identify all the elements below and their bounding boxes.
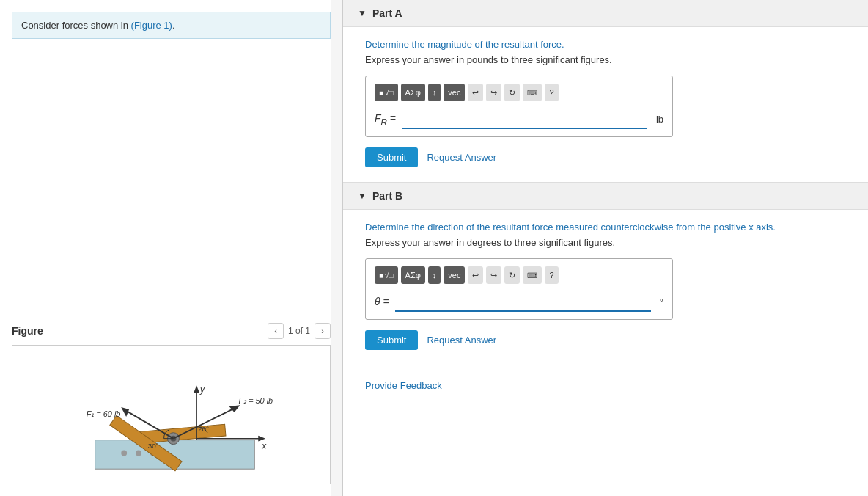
toolbar-vec-btn[interactable]: vec	[444, 84, 465, 101]
problem-statement: Consider forces shown in (Figure 1).	[12, 12, 331, 39]
part-a-toggle[interactable]: ▼	[358, 8, 367, 18]
part-b-toolbar-refresh-btn[interactable]: ↻	[504, 266, 520, 284]
left-scrollbar[interactable]	[331, 0, 342, 496]
svg-marker-12	[258, 436, 265, 442]
part-b-toolbar-sqrt-btn[interactable]: ■√□	[375, 266, 398, 284]
svg-marker-18	[229, 405, 240, 412]
figure-nav-label: 1 of 1	[288, 326, 310, 336]
part-b-toolbar-help-btn[interactable]: ?	[545, 266, 558, 284]
part-a-question: Determine the magnitude of the resultant…	[365, 39, 846, 50]
svg-point-2	[136, 450, 141, 456]
figure-next-button[interactable]: ›	[315, 323, 331, 339]
provide-feedback-link[interactable]: Provide Feedback	[343, 365, 868, 406]
figure-section: Figure ‹ 1 of 1 ›	[0, 323, 342, 496]
figure-navigation: ‹ 1 of 1 ›	[268, 323, 331, 339]
svg-marker-15	[121, 407, 129, 417]
part-b-label: θ =	[375, 296, 389, 307]
part-b-section: ▼ Part B Determine the direction of the …	[343, 183, 868, 365]
part-b-toolbar-keyboard-btn[interactable]: ⌨	[523, 266, 542, 284]
part-b-toolbar-undo-btn[interactable]: ↩	[468, 266, 483, 284]
part-b-title: Part B	[372, 190, 402, 202]
svg-text:20°: 20°	[198, 425, 209, 433]
part-a-label: FR =	[375, 112, 396, 126]
problem-text: Consider forces shown in	[21, 20, 131, 31]
figure-prev-button[interactable]: ‹	[268, 323, 284, 339]
toolbar-help-btn[interactable]: ?	[545, 84, 558, 101]
part-a-submit-button[interactable]: Submit	[365, 147, 418, 167]
right-panel: ▼ Part A Determine the magnitude of the …	[343, 0, 868, 496]
toolbar-alpha-btn[interactable]: ΑΣφ	[401, 84, 425, 101]
part-b-answer-input[interactable]	[395, 291, 651, 312]
part-a-toolbar: ■√□ ΑΣφ ↕ vec ↩ ↪ ↻ ⌨ ?	[375, 84, 663, 101]
part-b-input-box: ■√□ ΑΣφ ↕ vec ↩ ↪ ↻ ⌨ ? θ = °	[365, 258, 673, 320]
part-b-input-row: θ = °	[375, 291, 663, 312]
part-a-actions: Submit Request Answer	[365, 147, 846, 167]
toolbar-refresh-btn[interactable]: ↻	[504, 84, 520, 101]
part-a-input-box: ■√□ ΑΣφ ↕ vec ↩ ↪ ↻ ⌨ ? FR =	[365, 76, 673, 137]
svg-text:x: x	[261, 441, 267, 451]
toolbar-redo-btn[interactable]: ↪	[486, 84, 501, 101]
svg-text:y: y	[199, 384, 205, 395]
part-b-header: ▼ Part B	[343, 183, 868, 210]
problem-period: .	[172, 20, 175, 31]
part-b-toolbar-redo-btn[interactable]: ↪	[486, 266, 501, 284]
part-b-question: Determine the direction of the resultant…	[365, 222, 846, 233]
figure-title: Figure	[12, 325, 43, 337]
part-b-body: Determine the direction of the resultant…	[343, 210, 868, 365]
part-a-subtext: Express your answer in pounds to three s…	[365, 54, 846, 65]
svg-marker-9	[194, 385, 199, 393]
left-panel: Consider forces shown in (Figure 1). Fig…	[0, 0, 343, 496]
part-b-submit-button[interactable]: Submit	[365, 330, 418, 350]
part-b-actions: Submit Request Answer	[365, 330, 846, 350]
part-a-section: ▼ Part A Determine the magnitude of the …	[343, 0, 868, 183]
part-b-toolbar-alpha-btn[interactable]: ΑΣφ	[401, 266, 425, 284]
figure-area: y x F₁ = 60 lb F₂ = 50 lb 30°	[12, 345, 331, 484]
part-b-subtext: Express your answer in degrees to three …	[365, 237, 846, 248]
toolbar-keyboard-btn[interactable]: ⌨	[523, 84, 542, 101]
part-b-request-answer-link[interactable]: Request Answer	[427, 335, 496, 346]
part-a-header: ▼ Part A	[343, 0, 868, 27]
svg-text:F₁ = 60 lb: F₁ = 60 lb	[87, 409, 121, 418]
part-b-unit: °	[660, 296, 663, 307]
toolbar-arrows-btn[interactable]: ↕	[428, 84, 441, 101]
part-a-request-answer-link[interactable]: Request Answer	[427, 152, 496, 163]
part-a-answer-input[interactable]	[402, 109, 647, 129]
part-b-toolbar-vec-btn[interactable]: vec	[444, 266, 465, 284]
toolbar-sqrt-btn[interactable]: ■√□	[375, 84, 398, 101]
part-b-toggle[interactable]: ▼	[358, 191, 367, 201]
figure-link[interactable]: (Figure 1)	[131, 20, 172, 31]
figure-header: Figure ‹ 1 of 1 ›	[12, 323, 331, 339]
svg-text:30°: 30°	[148, 442, 159, 451]
part-b-toolbar: ■√□ ΑΣφ ↕ vec ↩ ↪ ↻ ⌨ ?	[375, 266, 663, 284]
toolbar-undo-btn[interactable]: ↩	[468, 84, 483, 101]
part-a-input-row: FR = lb	[375, 109, 663, 129]
svg-point-1	[121, 450, 127, 456]
part-b-toolbar-arrows-btn[interactable]: ↕	[428, 266, 441, 284]
part-a-title: Part A	[372, 7, 402, 19]
part-a-body: Determine the magnitude of the resultant…	[343, 27, 868, 182]
part-a-unit: lb	[656, 114, 663, 125]
figure-diagram: y x F₁ = 60 lb F₂ = 50 lb 30°	[12, 346, 330, 484]
svg-text:F₂ = 50 lb: F₂ = 50 lb	[239, 396, 273, 405]
